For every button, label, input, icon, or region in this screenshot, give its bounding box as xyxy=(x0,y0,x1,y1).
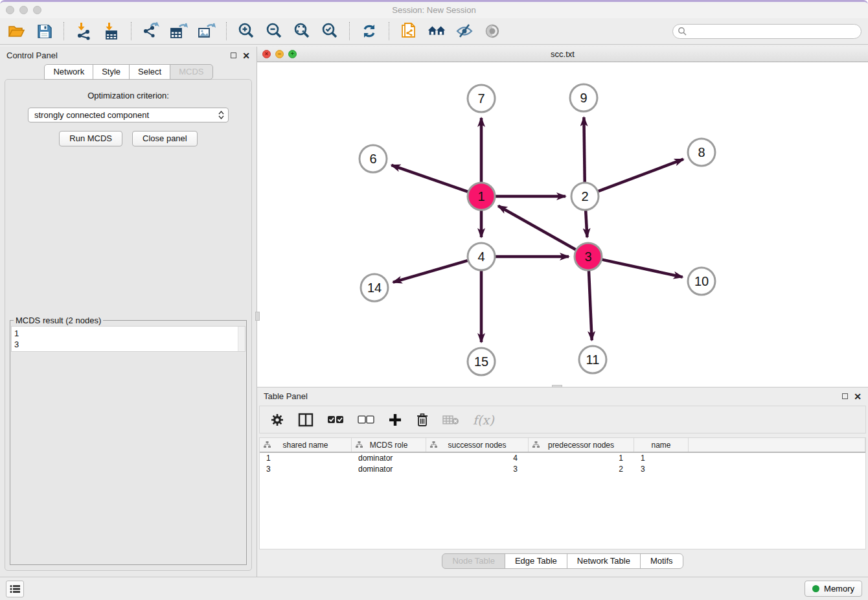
function-builder-button[interactable]: f(x) xyxy=(473,411,494,428)
close-window-icon[interactable] xyxy=(6,6,14,14)
search-input[interactable] xyxy=(672,24,862,39)
graph-edge-2-8[interactable] xyxy=(599,159,683,192)
zoom-out-icon xyxy=(265,22,283,40)
graph-node-8[interactable]: 8 xyxy=(688,139,715,166)
float-panel-icon[interactable] xyxy=(231,52,236,58)
open-session-button[interactable] xyxy=(6,21,26,41)
table-cell[interactable]: 3 xyxy=(260,464,352,475)
column-header-name[interactable]: name xyxy=(634,438,689,452)
memory-button[interactable]: Memory xyxy=(805,581,862,597)
export-image-button[interactable] xyxy=(197,21,216,41)
import-network-button[interactable] xyxy=(74,21,93,41)
table-mode-button[interactable] xyxy=(270,411,284,428)
graph-node-11[interactable]: 11 xyxy=(579,346,606,373)
graph-edge-2-9[interactable] xyxy=(584,117,584,182)
graph-node-15[interactable]: 15 xyxy=(468,348,495,375)
zoom-fit-button[interactable] xyxy=(292,21,312,41)
mcds-result-area[interactable]: 1 3 xyxy=(11,326,246,352)
column-header-MCDS-role[interactable]: MCDS role xyxy=(352,438,426,452)
select-all-button[interactable] xyxy=(327,411,344,428)
graph-edge-4-14[interactable] xyxy=(393,260,468,282)
task-history-button[interactable] xyxy=(6,581,24,597)
table-cell[interactable]: 1 xyxy=(634,453,689,464)
table-cell[interactable]: 1 xyxy=(529,453,634,464)
column-header-shared-name[interactable]: shared name xyxy=(260,438,352,452)
table-cell[interactable]: 3 xyxy=(634,464,689,475)
table-cell[interactable]: dominator xyxy=(352,464,426,475)
zoom-selected-button[interactable] xyxy=(320,21,339,41)
save-session-button[interactable] xyxy=(34,21,54,41)
duplicate-network-view-button[interactable] xyxy=(399,21,418,41)
table-cell[interactable]: dominator xyxy=(352,453,426,464)
network-maximize-icon[interactable]: + xyxy=(288,50,297,58)
deselect-all-button[interactable] xyxy=(358,411,374,428)
memory-status-icon xyxy=(812,585,819,592)
result-scrollbar[interactable] xyxy=(238,327,245,351)
tab-motifs[interactable]: Motifs xyxy=(640,553,683,569)
maximize-window-icon[interactable] xyxy=(33,6,41,14)
graph-node-9[interactable]: 9 xyxy=(570,84,597,111)
table-row[interactable]: 3dominator323 xyxy=(260,464,865,475)
graph-node-1[interactable]: 1 xyxy=(468,183,495,210)
table-cell[interactable]: 2 xyxy=(529,464,634,475)
zoom-in-button[interactable] xyxy=(236,21,256,41)
optimization-criterion-label: Optimization criterion: xyxy=(87,91,169,100)
export-table-icon xyxy=(169,22,188,40)
show-columns-button[interactable] xyxy=(298,411,314,428)
column-header-predecessor-nodes[interactable]: predecessor nodes xyxy=(529,438,634,452)
toolbar-separator xyxy=(63,22,64,40)
graph-node-14[interactable]: 14 xyxy=(361,274,388,301)
run-mcds-button[interactable]: Run MCDS xyxy=(59,131,122,146)
column-header-label: predecessor nodes xyxy=(548,441,614,450)
tab-network-table[interactable]: Network Table xyxy=(567,553,641,569)
minimize-window-icon[interactable] xyxy=(19,6,28,14)
close-panel-button[interactable]: Close panel xyxy=(132,131,198,146)
node-table: shared nameMCDS rolesuccessor nodesprede… xyxy=(259,437,866,549)
graph-edge-2-3[interactable] xyxy=(586,211,587,237)
node-label: 8 xyxy=(698,145,705,159)
table-cell[interactable]: 3 xyxy=(426,464,529,475)
export-table-button[interactable] xyxy=(169,21,188,41)
tab-select[interactable]: Select xyxy=(129,64,170,80)
tab-node-table[interactable]: Node Table xyxy=(442,553,505,569)
graph-node-3[interactable]: 3 xyxy=(575,243,602,270)
column-header-successor-nodes[interactable]: successor nodes xyxy=(426,438,529,452)
table-cell[interactable]: 1 xyxy=(260,453,352,464)
close-panel-icon[interactable]: ✕ xyxy=(242,51,250,60)
tab-edge-table[interactable]: Edge Table xyxy=(505,553,567,569)
tab-style[interactable]: Style xyxy=(93,64,130,80)
network-minimize-icon[interactable]: − xyxy=(275,50,284,58)
export-network-button[interactable] xyxy=(141,21,161,41)
hide-selected-button[interactable] xyxy=(455,21,474,41)
graph-node-6[interactable]: 6 xyxy=(360,145,387,172)
graph-edge-1-6[interactable] xyxy=(391,165,468,192)
add-column-button[interactable] xyxy=(388,411,402,428)
show-hidden-button[interactable] xyxy=(483,21,502,41)
graph-edge-3-11[interactable] xyxy=(589,271,592,340)
close-table-panel-icon[interactable]: ✕ xyxy=(854,392,862,401)
graph-edge-3-10[interactable] xyxy=(602,260,682,277)
apply-layout-button[interactable] xyxy=(360,21,379,41)
graph-node-10[interactable]: 10 xyxy=(688,268,715,295)
graph-edge-3-1[interactable] xyxy=(498,206,576,249)
zoom-out-button[interactable] xyxy=(264,21,284,41)
graph-node-7[interactable]: 7 xyxy=(468,85,495,112)
tab-mcds[interactable]: MCDS xyxy=(170,64,212,80)
network-view-window: × − + scc.txt 12346789101114 xyxy=(257,47,868,387)
node-label: 14 xyxy=(367,281,382,295)
float-table-panel-icon[interactable] xyxy=(842,393,848,399)
delete-column-button[interactable] xyxy=(416,411,429,428)
vertical-splitter-handle[interactable] xyxy=(255,312,260,321)
delete-table-button[interactable] xyxy=(442,411,459,428)
table-cell[interactable]: 4 xyxy=(426,453,529,464)
horizontal-splitter-handle[interactable] xyxy=(552,385,562,387)
network-canvas[interactable]: 1234678910111415 xyxy=(257,62,868,387)
show-all-networks-button[interactable] xyxy=(427,21,446,41)
table-row[interactable]: 1dominator411 xyxy=(260,453,865,464)
criterion-select[interactable]: strongly connected component xyxy=(28,108,229,122)
tab-network[interactable]: Network xyxy=(44,64,93,80)
graph-node-4[interactable]: 4 xyxy=(468,243,495,270)
graph-node-2[interactable]: 2 xyxy=(571,183,599,210)
network-close-icon[interactable]: × xyxy=(262,50,271,58)
import-table-button[interactable] xyxy=(102,21,121,41)
